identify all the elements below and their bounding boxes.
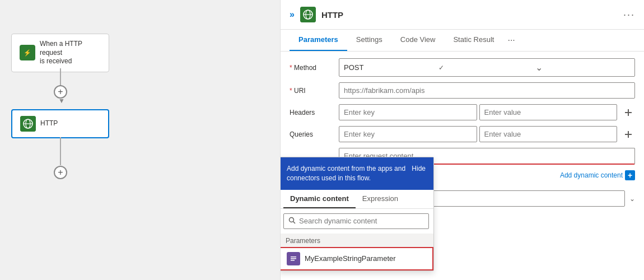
tab-parameters[interactable]: Parameters <box>290 30 347 51</box>
queries-delete-icon[interactable] <box>622 128 635 141</box>
arrow-down-1: ▼ <box>58 97 65 105</box>
svg-rect-17 <box>291 256 296 258</box>
search-dynamic-input[interactable] <box>299 217 424 225</box>
svg-rect-18 <box>291 258 296 259</box>
tabs-bar: Parameters Settings Code View Static Res… <box>281 30 644 52</box>
form-area: * Method POST ✓ ⌄ * URI Headers <box>281 52 644 280</box>
headers-label: Headers <box>290 109 334 116</box>
uri-input[interactable] <box>339 82 635 99</box>
popup-tabs: Dynamic content Expression <box>281 190 433 209</box>
tabs-more-button[interactable]: ··· <box>503 30 519 51</box>
detail-panel: » HTTP ··· Parameters Settings Code View… <box>280 0 644 280</box>
method-select[interactable]: POST ✓ ⌄ <box>339 58 635 77</box>
http-node[interactable]: HTTP <box>11 109 109 138</box>
queries-key-input[interactable] <box>339 126 477 142</box>
popup-section-label: Parameters <box>281 234 433 247</box>
svg-line-15 <box>293 221 296 223</box>
popup-item-0[interactable]: MyExampleStringParameter <box>281 247 433 270</box>
add-step-button-2[interactable]: + <box>54 166 67 179</box>
panel-more-button[interactable]: ··· <box>623 9 635 21</box>
svg-rect-11 <box>628 109 629 116</box>
body-label <box>290 148 334 151</box>
svg-point-14 <box>290 217 294 222</box>
headers-value-input[interactable] <box>479 104 618 120</box>
queries-kv-row <box>339 126 617 142</box>
tab-static-result[interactable]: Static Result <box>444 30 503 51</box>
method-label: * Method <box>290 64 334 72</box>
queries-label: Queries <box>290 130 334 138</box>
trigger-node-icon: ⚡ <box>20 45 35 60</box>
svg-rect-13 <box>628 131 629 138</box>
panel-header: » HTTP ··· <box>281 0 644 30</box>
popup-item-label-0: MyExampleStringParameter <box>305 254 396 263</box>
connector-line-2 <box>60 137 61 165</box>
dynamic-content-popup: Add dynamic content from the apps and co… <box>281 157 434 271</box>
method-dropdown-icon: ⌄ <box>535 62 630 73</box>
queries-value-input[interactable] <box>479 126 618 142</box>
headers-key-input[interactable] <box>339 104 477 120</box>
method-row: * Method POST ✓ ⌄ <box>290 58 635 77</box>
uri-row: * URI <box>290 82 635 99</box>
svg-text:⚡: ⚡ <box>24 49 31 57</box>
http-node-icon <box>20 116 36 132</box>
tab-settings[interactable]: Settings <box>347 30 391 51</box>
panel-header-icon <box>300 7 316 22</box>
queries-row: Queries <box>290 126 635 142</box>
expand-icon[interactable]: » <box>290 10 295 20</box>
http-node-label: HTTP <box>40 119 58 128</box>
svg-rect-19 <box>291 260 295 261</box>
add-dynamic-plus-icon: + <box>625 170 635 180</box>
popup-header-text: Add dynamic content from the apps and co… <box>287 164 407 183</box>
tab-code-view[interactable]: Code View <box>391 30 445 51</box>
headers-delete-icon[interactable] <box>622 106 635 119</box>
popup-tab-expression[interactable]: Expression <box>356 190 405 208</box>
add-dynamic-link[interactable]: Add dynamic content + <box>560 170 635 180</box>
headers-row: Headers <box>290 104 635 120</box>
trigger-node[interactable]: ⚡ When a HTTP request is received <box>11 34 109 72</box>
headers-kv-row <box>339 104 617 120</box>
popup-hide-button[interactable]: Hide <box>412 164 426 174</box>
method-chevron-icon: ✓ <box>438 64 533 72</box>
cookie-chevron-icon[interactable]: ⌄ <box>629 195 635 203</box>
search-box <box>283 213 429 229</box>
canvas-panel: ⚡ When a HTTP request is received + ▼ HT… <box>0 0 280 280</box>
uri-label: * URI <box>290 87 334 95</box>
popup-item-icon-0 <box>287 252 300 265</box>
search-icon <box>288 217 296 226</box>
popup-tab-dynamic[interactable]: Dynamic content <box>283 190 356 208</box>
trigger-node-label: When a HTTP request is received <box>40 40 101 66</box>
popup-header: Add dynamic content from the apps and co… <box>281 157 433 190</box>
panel-title: HTTP <box>321 10 618 20</box>
